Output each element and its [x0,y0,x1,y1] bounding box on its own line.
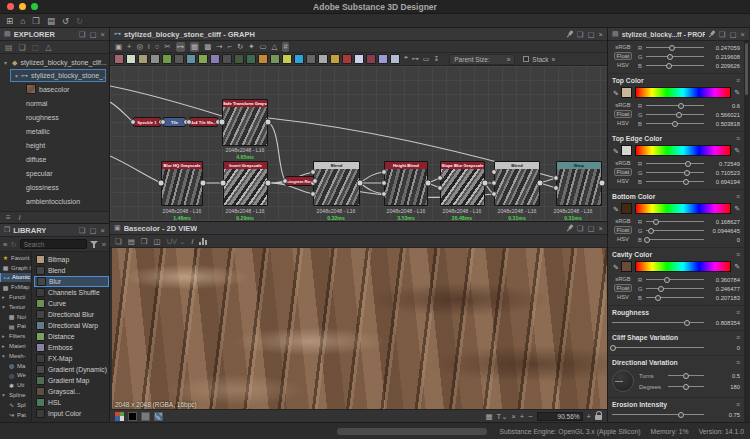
open-folder-icon[interactable]: ❒ [32,16,40,26]
chevron-right-icon[interactable]: ▸ [2,333,7,339]
chevron-right-icon[interactable]: ▸ [2,343,7,349]
roughness-slider[interactable]: 0.808354 [612,318,740,327]
float-panel-icon[interactable]: ❏ [719,30,726,39]
eyedropper-icon[interactable]: ✐ [611,206,619,212]
emboss-node-icon[interactable] [210,54,220,64]
float-panel-icon[interactable]: ❏ [577,224,584,233]
library-item-fx-map[interactable]: FX-Map [34,353,109,364]
close-panel-icon[interactable]: × [741,30,745,39]
output-roughness[interactable]: roughness [0,110,109,124]
zoom-level-input[interactable] [537,412,583,421]
color-picker-icon[interactable]: ✎ [734,89,740,97]
redo-icon[interactable]: ↻ [76,16,83,26]
float-button[interactable]: Float [614,168,633,176]
graph-row-selected[interactable]: ▾ ⊶ stylized_blocky_stone_... [10,69,106,82]
category-mesh[interactable]: ▾Mesh- [0,351,31,361]
tools-icon[interactable]: ✦ [248,42,254,52]
graph-node-tile[interactable]: Tile [163,117,186,127]
color-picker-icon[interactable]: ✎ [734,147,740,155]
link-mode-icon[interactable]: ⊶ [176,42,186,52]
output-diffuse[interactable]: diffuse [0,152,109,166]
pin-note-icon[interactable]: ↧ [433,55,439,63]
category-favorites[interactable]: ★Favorit [0,253,31,263]
slider-g[interactable]: G0.566021 [638,110,740,119]
slider-b[interactable]: B0.503818 [638,119,740,128]
maximize-panel-icon[interactable]: ▢ [90,30,97,39]
highlight-node-icon[interactable] [282,54,292,64]
pattern-node-icon[interactable] [246,54,256,64]
uv-overlay-toggle[interactable]: UV ⌄ [167,237,186,246]
comment-icon[interactable]: ❝ [404,55,408,63]
color-swatch[interactable] [621,203,632,214]
slider-g[interactable]: G0.219608 [638,52,740,61]
category-splines[interactable]: ∿Spl [0,400,31,410]
hsl-node-icon[interactable] [270,54,280,64]
corner-links-icon[interactable]: ⌐ [228,42,232,52]
slider-b[interactable]: B0.209626 [638,61,740,70]
library-item-grayscale-conversion[interactable]: Grayscal... [34,386,109,397]
graph-node-speckle[interactable]: Speckle 1 [133,117,161,127]
properties-scrollbar[interactable] [744,41,749,422]
category-noises[interactable]: ▩Noi [0,312,31,322]
print-icon[interactable]: ▢ [32,43,40,52]
category-paths[interactable]: ↝Pat [0,410,31,420]
noise-node-icon[interactable] [234,54,244,64]
graph-node-histogram-range[interactable]: Histogram Range [285,176,315,186]
select-node-icon[interactable] [150,54,160,64]
splatter-node-icon[interactable] [342,54,352,64]
output-glossiness[interactable]: glossiness [0,180,109,194]
hsv-button[interactable]: HSV [617,294,629,300]
srgb-button[interactable]: sRGB [615,160,630,166]
slider-b[interactable]: B0 [638,235,740,244]
shape-node-icon[interactable] [330,54,340,64]
copy-image-icon[interactable]: ❐ [141,237,148,246]
close-panel-icon[interactable]: × [599,224,603,233]
grid-toggle-icon[interactable]: ▦ [485,412,492,421]
output-specular[interactable]: specular [0,166,109,180]
srgb-button[interactable]: sRGB [615,276,630,282]
normal-node-icon[interactable] [294,54,304,64]
hue-gradient-slider[interactable] [635,145,731,156]
filter-funnel-icon[interactable] [90,240,99,249]
warp-node-icon[interactable] [186,54,196,64]
eyedropper-icon[interactable]: ✐ [611,90,619,96]
graph-tab-title[interactable]: stylized_blocky_stone_cliff - GRAPH [124,30,255,39]
hue-gradient-slider[interactable] [635,87,731,98]
export-image-icon[interactable]: ❏ [115,237,122,246]
slider-b[interactable]: B0.694194 [638,177,740,186]
library-item-gradient-dynamic[interactable]: Gradient (Dynamic) [34,364,109,375]
color-swatch[interactable] [621,261,632,272]
cut-links-icon[interactable]: ✂ [164,42,170,52]
library-item-directional-blur[interactable]: Directional Blur [34,309,109,320]
center-view-icon[interactable]: + [520,412,524,421]
background-icon[interactable]: ◫ [154,237,161,246]
graph-node-blend-2[interactable]: Blend [494,161,540,206]
mask-node-icon[interactable] [366,54,376,64]
black-background-swatch[interactable] [128,412,137,421]
blend-node-icon[interactable] [126,54,136,64]
update-icon[interactable]: ↻ [237,42,243,52]
section-menu-icon[interactable]: ≡ [736,309,740,316]
float-button[interactable]: Float [614,110,633,118]
chevron-down-icon[interactable]: ▾ [2,392,7,398]
float-button[interactable]: Float [614,226,633,234]
tiling-icon[interactable]: T⌄ [497,412,508,421]
category-textures[interactable]: ▾Textur [0,302,31,312]
output-normal[interactable]: normal [0,96,109,110]
category-mesh-maps[interactable]: ◍Ma [0,361,31,371]
home-icon[interactable]: ⌂ [20,16,25,26]
srgb-button[interactable]: sRGB [615,102,630,108]
filter-list-icon[interactable]: ≡ [3,240,7,249]
float-panel-icon[interactable]: ❏ [79,30,86,39]
export-icon[interactable]: ❏ [19,43,26,52]
chevron-right-icon[interactable]: ▸ [2,294,7,300]
zoom-in-button[interactable]: + [587,412,591,421]
category-utilities[interactable]: ✱Uti [0,380,31,390]
float-panel-icon[interactable]: ❏ [577,30,584,39]
section-menu-icon[interactable]: ≡ [736,193,740,200]
library-item-distance[interactable]: Distance [34,331,109,342]
hsv-button[interactable]: HSV [617,236,629,242]
category-atomic[interactable]: ⊶Atomic [0,273,31,283]
compact-mode-icon[interactable]: ▩ [204,42,211,52]
section-menu-icon[interactable]: ≡ [736,334,740,341]
